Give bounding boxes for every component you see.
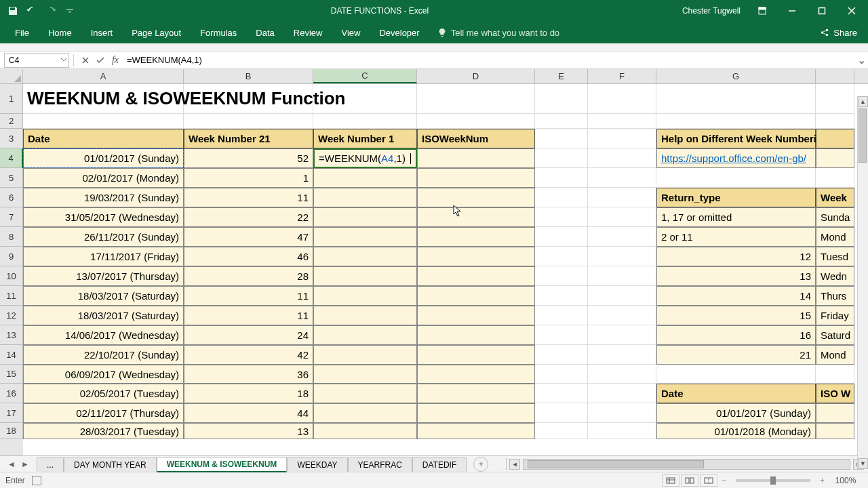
scroll-up-icon[interactable]: ▲ (858, 96, 868, 107)
row-header[interactable]: 18 (0, 423, 23, 439)
title-bar: DATE FUNCTIONS - Excel Chester Tugwell (0, 0, 868, 22)
qat-customize-icon[interactable] (62, 3, 77, 18)
sheet-tab[interactable]: DATEDIF (412, 458, 467, 472)
select-all-corner[interactable] (0, 69, 23, 83)
row-header[interactable]: 12 (0, 306, 23, 325)
formula-bar-row: C4 fx ⌄ (0, 52, 868, 69)
col-header-c[interactable]: C (313, 69, 417, 83)
row-header[interactable]: 10 (0, 266, 23, 286)
macro-record-icon[interactable] (32, 476, 41, 485)
ribbon-options-icon[interactable] (749, 1, 776, 20)
row-header[interactable]: 5 (0, 168, 23, 188)
cancel-formula-icon[interactable] (78, 53, 93, 68)
sheet-tab-ellipsis[interactable]: ... (37, 458, 64, 472)
row-header[interactable]: 7 (0, 207, 23, 227)
tab-home[interactable]: Home (39, 24, 81, 41)
enter-formula-icon[interactable] (93, 53, 108, 68)
fx-icon[interactable]: fx (108, 53, 123, 68)
row-header[interactable]: 1 (0, 84, 23, 114)
sheet-tab-active[interactable]: WEEKNUM & ISOWEEKNUM (157, 457, 288, 472)
tab-review[interactable]: Review (284, 24, 332, 41)
vertical-scrollbar[interactable]: ▲ ▼ (857, 96, 868, 469)
col-header-a[interactable]: A (23, 69, 184, 83)
col-header-e[interactable]: E (535, 69, 588, 83)
col-header-g[interactable]: G (656, 69, 816, 83)
redo-icon[interactable] (43, 3, 58, 18)
sheet-tab[interactable]: DAY MONTH YEAR (64, 458, 157, 472)
row-header[interactable]: 2 (0, 114, 23, 129)
horizontal-scrollbar[interactable] (523, 459, 850, 470)
editing-cell[interactable]: =WEEKNUM(A4,1) (313, 148, 417, 168)
formula-input[interactable] (123, 53, 854, 68)
sheet-nav-prev-icon[interactable]: ◄ (5, 460, 18, 469)
col-header-d[interactable]: D (417, 69, 535, 83)
column-headers: A B C D E F G (0, 69, 868, 84)
row-header[interactable]: 14 (0, 345, 23, 365)
row-header[interactable]: 16 (0, 384, 23, 403)
name-box[interactable]: C4 (4, 53, 69, 68)
share-button[interactable]: Share (809, 28, 868, 38)
chevron-down-icon[interactable] (60, 56, 67, 63)
add-sheet-button[interactable]: + (473, 457, 488, 472)
zoom-value[interactable]: 100% (829, 476, 863, 485)
date-cell[interactable]: 01/01/2017 (Sunday) (23, 148, 184, 168)
help-link[interactable]: https://support.office.com/en-gb/ (656, 148, 816, 168)
row-header[interactable]: 8 (0, 227, 23, 247)
view-normal-icon[interactable] (662, 474, 679, 487)
sheet-tabs-row: ◄ ► ... DAY MONTH YEAR WEEKNUM & ISOWEEK… (0, 455, 868, 472)
tab-file[interactable]: File (5, 24, 39, 41)
row-header[interactable]: 6 (0, 188, 23, 207)
svg-rect-17 (690, 478, 694, 483)
sheet-tab[interactable]: WEEKDAY (287, 458, 347, 472)
row-header[interactable]: 15 (0, 365, 23, 384)
zoom-slider[interactable] (736, 479, 810, 482)
svg-rect-1 (759, 7, 766, 9)
view-page-break-icon[interactable] (700, 474, 717, 487)
formula-bar-expand-icon[interactable]: ⌄ (854, 54, 868, 66)
scroll-left-icon[interactable]: ◄ (509, 459, 520, 470)
table-header[interactable]: Week Number 21 (184, 129, 313, 148)
mode-indicator: Enter (5, 476, 25, 485)
scroll-thumb[interactable] (859, 108, 867, 163)
tab-insert[interactable]: Insert (81, 24, 123, 41)
col-header-h[interactable] (816, 69, 854, 83)
tell-me-search[interactable]: Tell me what you want to do (437, 28, 559, 38)
ribbon-collapsed-strip (0, 43, 868, 52)
ribbon-tabs: File Home Insert Page Layout Formulas Da… (0, 22, 868, 43)
tab-formulas[interactable]: Formulas (191, 24, 246, 41)
svg-point-8 (826, 34, 829, 37)
sheet-nav-next-icon[interactable]: ► (19, 460, 31, 469)
user-name[interactable]: Chester Tugwell (682, 6, 741, 16)
table-header[interactable]: Week Number 1 (313, 129, 417, 148)
status-bar: Enter − + 100% (0, 472, 868, 488)
close-icon[interactable] (838, 1, 865, 20)
table-header[interactable]: Date (23, 129, 184, 148)
sheet-tab[interactable]: YEARFRAC (348, 458, 412, 472)
row-header[interactable]: 4 (0, 148, 23, 168)
row-headers: 1 2 3 4 5 6 7 8 9 10 11 12 13 14 15 16 1… (0, 84, 23, 455)
tab-view[interactable]: View (332, 24, 370, 41)
save-icon[interactable] (5, 3, 20, 18)
sheet-title[interactable]: WEEKNUM & ISOWEEKNUM Function (23, 84, 184, 114)
value-cell[interactable]: 52 (184, 148, 313, 168)
cells-area[interactable]: WEEKNUM & ISOWEEKNUM Function Date Week … (23, 84, 868, 455)
row-header[interactable]: 11 (0, 286, 23, 306)
maximize-icon[interactable] (808, 1, 835, 20)
undo-icon[interactable] (24, 3, 39, 18)
zoom-thumb[interactable] (770, 476, 776, 485)
view-page-layout-icon[interactable] (681, 474, 698, 487)
tab-data[interactable]: Data (246, 24, 283, 41)
row-header[interactable]: 13 (0, 325, 23, 345)
scroll-thumb[interactable] (528, 460, 704, 468)
minimize-icon[interactable] (778, 1, 806, 20)
tab-page-layout[interactable]: Page Layout (122, 24, 191, 41)
row-header[interactable]: 3 (0, 129, 23, 148)
table-header[interactable]: ISOWeekNum (417, 129, 535, 148)
help-header[interactable]: Help on Different Week Numbering (656, 129, 816, 148)
row-header[interactable]: 9 (0, 247, 23, 266)
col-header-b[interactable]: B (184, 69, 313, 83)
scroll-down-icon[interactable]: ▼ (858, 458, 868, 469)
tab-developer[interactable]: Developer (370, 24, 429, 41)
col-header-f[interactable]: F (588, 69, 656, 83)
row-header[interactable]: 17 (0, 403, 23, 423)
